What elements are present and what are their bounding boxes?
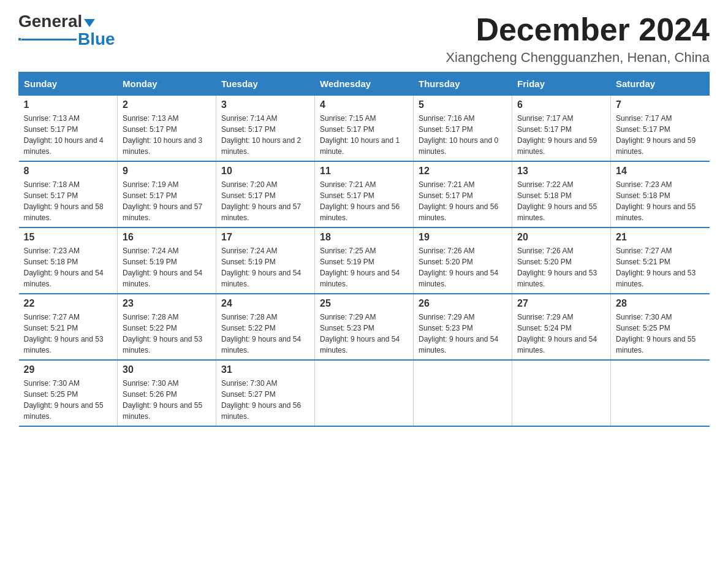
table-row: 19 Sunrise: 7:26 AM Sunset: 5:20 PM Dayl… [414,228,512,294]
table-row: 28 Sunrise: 7:30 AM Sunset: 5:25 PM Dayl… [611,294,710,360]
day-info: Sunrise: 7:17 AM Sunset: 5:17 PM Dayligh… [517,113,605,157]
day-number: 9 [123,166,211,177]
day-number: 17 [221,232,309,243]
table-row [315,360,414,426]
day-info: Sunrise: 7:29 AM Sunset: 5:23 PM Dayligh… [320,312,408,356]
day-number: 16 [123,232,211,243]
table-row: 22 Sunrise: 7:27 AM Sunset: 5:21 PM Dayl… [19,294,118,360]
header-wednesday: Wednesday [315,72,414,96]
day-info: Sunrise: 7:28 AM Sunset: 5:22 PM Dayligh… [221,312,309,356]
calendar-week-row: 1 Sunrise: 7:13 AM Sunset: 5:17 PM Dayli… [19,96,710,162]
day-info: Sunrise: 7:30 AM Sunset: 5:27 PM Dayligh… [221,378,309,422]
calendar-week-row: 29 Sunrise: 7:30 AM Sunset: 5:25 PM Dayl… [19,360,710,426]
day-number: 8 [24,166,113,177]
day-info: Sunrise: 7:30 AM Sunset: 5:25 PM Dayligh… [24,378,113,422]
day-number: 25 [320,298,408,309]
table-row: 24 Sunrise: 7:28 AM Sunset: 5:22 PM Dayl… [216,294,315,360]
table-row: 7 Sunrise: 7:17 AM Sunset: 5:17 PM Dayli… [611,96,710,162]
calendar-week-row: 15 Sunrise: 7:23 AM Sunset: 5:18 PM Dayl… [19,228,710,294]
calendar-week-row: 22 Sunrise: 7:27 AM Sunset: 5:21 PM Dayl… [19,294,710,360]
day-number: 26 [419,298,507,309]
day-info: Sunrise: 7:16 AM Sunset: 5:17 PM Dayligh… [419,113,507,157]
day-info: Sunrise: 7:24 AM Sunset: 5:19 PM Dayligh… [123,245,211,289]
day-info: Sunrise: 7:19 AM Sunset: 5:17 PM Dayligh… [123,179,211,223]
day-number: 4 [320,99,408,110]
day-info: Sunrise: 7:22 AM Sunset: 5:18 PM Dayligh… [517,179,605,223]
day-number: 14 [616,166,705,177]
table-row: 5 Sunrise: 7:16 AM Sunset: 5:17 PM Dayli… [414,96,512,162]
table-row: 18 Sunrise: 7:25 AM Sunset: 5:19 PM Dayl… [315,228,414,294]
table-row: 29 Sunrise: 7:30 AM Sunset: 5:25 PM Dayl… [19,360,118,426]
day-number: 21 [616,232,705,243]
day-info: Sunrise: 7:25 AM Sunset: 5:19 PM Dayligh… [320,245,408,289]
table-row: 10 Sunrise: 7:20 AM Sunset: 5:17 PM Dayl… [216,161,315,228]
day-number: 22 [24,298,113,309]
day-info: Sunrise: 7:17 AM Sunset: 5:17 PM Dayligh… [616,113,705,157]
day-info: Sunrise: 7:30 AM Sunset: 5:26 PM Dayligh… [123,378,211,422]
day-info: Sunrise: 7:26 AM Sunset: 5:20 PM Dayligh… [419,245,507,289]
day-info: Sunrise: 7:15 AM Sunset: 5:17 PM Dayligh… [320,113,408,157]
header-saturday: Saturday [611,72,710,96]
table-row: 4 Sunrise: 7:15 AM Sunset: 5:17 PM Dayli… [315,96,414,162]
header-thursday: Thursday [414,72,512,96]
table-row: 13 Sunrise: 7:22 AM Sunset: 5:18 PM Dayl… [512,161,611,228]
table-row: 25 Sunrise: 7:29 AM Sunset: 5:23 PM Dayl… [315,294,414,360]
table-row: 11 Sunrise: 7:21 AM Sunset: 5:17 PM Dayl… [315,161,414,228]
header-tuesday: Tuesday [216,72,315,96]
day-number: 15 [24,232,113,243]
header-friday: Friday [512,72,611,96]
logo: General Blue [18,12,115,49]
calendar-week-row: 8 Sunrise: 7:18 AM Sunset: 5:17 PM Dayli… [19,161,710,228]
day-info: Sunrise: 7:30 AM Sunset: 5:25 PM Dayligh… [616,312,705,356]
table-row: 21 Sunrise: 7:27 AM Sunset: 5:21 PM Dayl… [611,228,710,294]
table-row: 2 Sunrise: 7:13 AM Sunset: 5:17 PM Dayli… [118,96,216,162]
day-info: Sunrise: 7:23 AM Sunset: 5:18 PM Dayligh… [616,179,705,223]
day-info: Sunrise: 7:24 AM Sunset: 5:19 PM Dayligh… [221,245,309,289]
header-monday: Monday [118,72,216,96]
logo-text-general: General [18,12,82,31]
day-info: Sunrise: 7:26 AM Sunset: 5:20 PM Dayligh… [517,245,605,289]
calendar-table: Sunday Monday Tuesday Wednesday Thursday… [18,72,710,427]
day-info: Sunrise: 7:23 AM Sunset: 5:18 PM Dayligh… [24,245,113,289]
day-number: 29 [24,364,113,375]
day-number: 12 [419,166,507,177]
day-number: 20 [517,232,605,243]
day-number: 11 [320,166,408,177]
day-number: 31 [221,364,309,375]
subtitle: Xiangcheng Chengguanzhen, Henan, China [446,50,710,66]
day-info: Sunrise: 7:21 AM Sunset: 5:17 PM Dayligh… [320,179,408,223]
table-row: 27 Sunrise: 7:29 AM Sunset: 5:24 PM Dayl… [512,294,611,360]
day-number: 10 [221,166,309,177]
day-number: 23 [123,298,211,309]
table-row: 23 Sunrise: 7:28 AM Sunset: 5:22 PM Dayl… [118,294,216,360]
table-row [512,360,611,426]
table-row: 12 Sunrise: 7:21 AM Sunset: 5:17 PM Dayl… [414,161,512,228]
table-row: 16 Sunrise: 7:24 AM Sunset: 5:19 PM Dayl… [118,228,216,294]
page-header: General Blue December 2024 Xiangcheng Ch… [18,12,710,66]
day-info: Sunrise: 7:18 AM Sunset: 5:17 PM Dayligh… [24,179,113,223]
day-number: 7 [616,99,705,110]
day-number: 2 [123,99,211,110]
header-sunday: Sunday [19,72,118,96]
day-number: 19 [419,232,507,243]
main-title: December 2024 [446,12,710,47]
day-info: Sunrise: 7:27 AM Sunset: 5:21 PM Dayligh… [24,312,113,356]
day-number: 18 [320,232,408,243]
day-number: 5 [419,99,507,110]
table-row: 8 Sunrise: 7:18 AM Sunset: 5:17 PM Dayli… [19,161,118,228]
table-row: 3 Sunrise: 7:14 AM Sunset: 5:17 PM Dayli… [216,96,315,162]
day-number: 6 [517,99,605,110]
day-info: Sunrise: 7:13 AM Sunset: 5:17 PM Dayligh… [24,113,113,157]
table-row: 6 Sunrise: 7:17 AM Sunset: 5:17 PM Dayli… [512,96,611,162]
day-info: Sunrise: 7:29 AM Sunset: 5:24 PM Dayligh… [517,312,605,356]
day-info: Sunrise: 7:14 AM Sunset: 5:17 PM Dayligh… [221,113,309,157]
table-row [611,360,710,426]
table-row [414,360,512,426]
day-info: Sunrise: 7:13 AM Sunset: 5:17 PM Dayligh… [123,113,211,157]
title-section: December 2024 Xiangcheng Chengguanzhen, … [446,12,710,66]
table-row: 9 Sunrise: 7:19 AM Sunset: 5:17 PM Dayli… [118,161,216,228]
table-row: 30 Sunrise: 7:30 AM Sunset: 5:26 PM Dayl… [118,360,216,426]
weekday-header-row: Sunday Monday Tuesday Wednesday Thursday… [19,72,710,96]
table-row: 1 Sunrise: 7:13 AM Sunset: 5:17 PM Dayli… [19,96,118,162]
table-row: 31 Sunrise: 7:30 AM Sunset: 5:27 PM Dayl… [216,360,315,426]
